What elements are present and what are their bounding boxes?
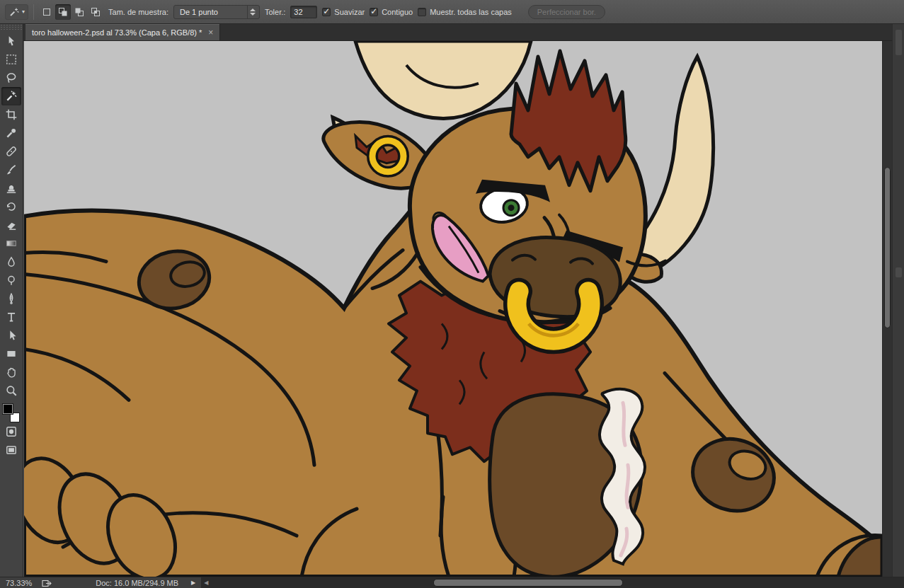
tool-magic-wand[interactable] (1, 87, 21, 105)
checkbox-suavizar[interactable]: ✓ Suavizar (322, 8, 365, 16)
clone-stamp-tool-icon (5, 182, 18, 195)
refine-edge-button: Perfeccionar bor. (528, 5, 605, 19)
checkbox-contiguo-label: Contiguo (382, 8, 413, 16)
brush-tool-icon (5, 163, 18, 176)
tool-clone-stamp[interactable] (1, 179, 21, 197)
separator (33, 4, 34, 20)
document-tab-title: toro halloween-2.psd al 73.3% (Capa 6, R… (32, 28, 202, 37)
tool-crop[interactable] (1, 105, 21, 124)
crop-tool-icon (5, 108, 18, 121)
tool-healing-brush[interactable] (1, 142, 21, 161)
checkbox-muestrear-box[interactable] (418, 8, 426, 16)
check-icon: ✓ (370, 6, 377, 16)
canvas-area[interactable] (24, 41, 882, 577)
checkbox-suavizar-label: Suavizar (334, 8, 365, 16)
intersect-selection-icon (91, 7, 101, 17)
panel-grabber[interactable] (896, 30, 902, 55)
check-icon: ✓ (323, 6, 330, 16)
tools-panel (0, 24, 23, 577)
preset-caret-icon: ▾ (22, 8, 25, 15)
tolerance-label: Toler.: (265, 8, 285, 16)
zoom-level[interactable]: 73.33% (0, 579, 38, 587)
tool-screen-mode[interactable] (1, 441, 21, 459)
foreground-color-swatch[interactable] (3, 404, 13, 414)
checkbox-muestrear-label: Muestr. todas las capas (430, 8, 512, 16)
shape-tool-icon (5, 347, 18, 360)
zoom-tool-icon (5, 384, 18, 397)
dodge-tool-icon (5, 274, 18, 287)
scroll-left-arrow-icon[interactable]: ◀ (201, 580, 211, 586)
document-tab-strip: toro halloween-2.psd al 73.3% (Capa 6, R… (23, 24, 892, 41)
magic-wand-tool-icon (5, 90, 18, 103)
subtract-from-selection-icon (74, 7, 84, 17)
history-brush-tool-icon (5, 200, 18, 213)
move-tool-icon (5, 35, 18, 47)
tool-eyedropper[interactable] (1, 124, 21, 142)
vertical-scrollbar[interactable] (882, 41, 892, 577)
eyedropper-tool-icon (5, 127, 18, 139)
path-selection-tool-icon (5, 329, 18, 342)
tool-gradient[interactable] (1, 234, 21, 253)
tool-path-selection[interactable] (1, 326, 21, 345)
healing-brush-tool-icon (5, 145, 18, 158)
intersect-selection-button[interactable] (88, 4, 103, 20)
tool-shape[interactable] (1, 345, 21, 363)
add-to-selection-icon (58, 7, 68, 17)
background-color-swatch[interactable] (10, 413, 20, 422)
new-selection-icon (42, 7, 52, 17)
tool-lasso[interactable] (1, 69, 21, 87)
type-tool-icon (5, 311, 18, 323)
tool-dodge[interactable] (1, 271, 21, 289)
sample-size-select[interactable]: De 1 punto (173, 5, 260, 19)
tool-type[interactable] (1, 308, 21, 326)
collapsed-panel-strip[interactable] (892, 24, 904, 577)
selection-mode-buttons (39, 4, 103, 20)
tool-brush[interactable] (1, 161, 21, 179)
tool-hand[interactable] (1, 363, 21, 381)
checkbox-contiguo[interactable]: ✓ Contiguo (370, 8, 413, 16)
document-tab[interactable]: toro halloween-2.psd al 73.3% (Capa 6, R… (25, 24, 220, 40)
add-to-selection-button[interactable] (55, 4, 71, 20)
panel-grabber[interactable] (896, 267, 902, 277)
tool-move[interactable] (1, 32, 21, 50)
tool-pen[interactable] (1, 289, 21, 308)
combo-spinner-icon (247, 6, 258, 18)
subtract-from-selection-button[interactable] (71, 4, 87, 20)
checkbox-muestrear-todas-las-capas[interactable]: Muestr. todas las capas (418, 8, 512, 16)
vertical-scroll-thumb[interactable] (884, 167, 891, 328)
tool-preset-picker[interactable]: ▾ (5, 4, 28, 20)
sample-size-label: Tam. de muestra: (108, 8, 168, 16)
tool-quick-mask[interactable] (1, 422, 21, 441)
status-bar: 73.33% Doc: 16.0 MB/294.9 MB ▶ ◀ (0, 577, 904, 588)
eraser-tool-icon (5, 219, 18, 231)
tolerance-input[interactable] (290, 6, 317, 18)
bull-artwork (24, 41, 882, 577)
checkbox-contiguo-box[interactable]: ✓ (370, 8, 378, 16)
tool-zoom[interactable] (1, 381, 21, 400)
horizontal-scrollbar[interactable]: ◀ (201, 577, 904, 588)
tool-eraser[interactable] (1, 216, 21, 234)
lasso-tool-icon (5, 71, 18, 84)
sample-size-value: De 1 punto (180, 8, 218, 16)
marquee-tool-icon (5, 53, 18, 66)
screen-mode-icon (5, 444, 18, 456)
tool-history-brush[interactable] (1, 197, 21, 216)
foreground-background-swatches[interactable] (3, 404, 20, 422)
magic-wand-icon (8, 6, 20, 18)
options-bar: ▾ Tam. de muestra: De 1 punto Toler.: ✓ (0, 0, 904, 24)
tab-close-icon[interactable]: × (208, 28, 213, 37)
photoshop-window: ▾ Tam. de muestra: De 1 punto Toler.: ✓ (0, 0, 904, 588)
gradient-tool-icon (5, 237, 18, 250)
export-page-icon[interactable] (42, 579, 52, 587)
document-size-info[interactable]: Doc: 16.0 MB/294.9 MB (96, 579, 178, 587)
checkbox-suavizar-box[interactable]: ✓ (322, 8, 331, 16)
hand-tool-icon (5, 366, 18, 379)
tool-rectangular-marquee[interactable] (1, 50, 21, 69)
toolbar-grip[interactable] (0, 24, 23, 30)
blur-tool-icon (5, 255, 18, 268)
new-selection-button[interactable] (39, 4, 55, 20)
quick-mask-icon (5, 425, 18, 438)
status-flyout-arrow-icon[interactable]: ▶ (191, 580, 195, 586)
horizontal-scroll-thumb[interactable] (433, 579, 623, 587)
tool-blur[interactable] (1, 253, 21, 271)
